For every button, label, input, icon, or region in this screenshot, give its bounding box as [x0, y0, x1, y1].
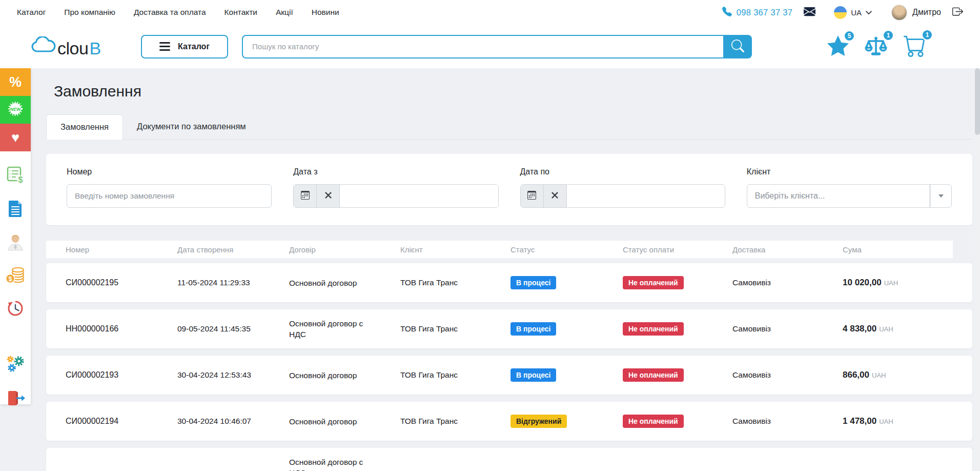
- catalog-button[interactable]: Каталог: [141, 35, 228, 58]
- coins-icon: $: [5, 266, 26, 286]
- order-number-input[interactable]: [67, 184, 272, 208]
- calendar-icon: [301, 191, 310, 201]
- cart-icon: [903, 50, 927, 58]
- cloud-logo-icon: [30, 36, 56, 57]
- column-header: Доставка: [732, 245, 843, 254]
- phone-icon: [722, 7, 732, 18]
- language-selector[interactable]: UA: [834, 6, 872, 19]
- compare-button[interactable]: 1: [864, 35, 888, 58]
- order-contract: Основной договор: [289, 416, 400, 427]
- sidebar-item-new-products[interactable]: NEW: [0, 96, 31, 124]
- topnav-links: КаталогПро компаніюДоставка та оплатаКон…: [17, 8, 339, 17]
- order-contract: Основной договор: [289, 278, 400, 288]
- tabs: Замовлення Документи по замовленням: [46, 114, 972, 140]
- payment-status-badge: Не оплачений: [623, 276, 684, 289]
- order-number: СИ000002194: [66, 417, 177, 426]
- order-created-date: 30-04-2024 10:46:07: [177, 417, 289, 426]
- clear-x-icon: [325, 192, 332, 200]
- date-to-clear-button[interactable]: [544, 185, 567, 207]
- sidebar-item-documents[interactable]: [7, 200, 24, 220]
- status-badge: В процесі: [511, 368, 556, 382]
- topnav-link[interactable]: Доставка та оплата: [134, 8, 206, 17]
- select-dropdown-arrow[interactable]: [930, 185, 951, 207]
- order-delivery: Самовивіз: [732, 324, 843, 333]
- order-client: ТОВ Гига Транс: [400, 278, 511, 287]
- header-icon-cluster: 5 1 1: [827, 34, 927, 59]
- date-to-calendar-button[interactable]: [521, 185, 544, 207]
- order-number: СИ000002193: [66, 370, 177, 380]
- orders-table-body: СИ000002195 11-05-2024 11:29:33 Основной…: [46, 263, 972, 471]
- clear-x-icon: [552, 192, 558, 200]
- column-header: Договір: [289, 245, 400, 254]
- star-icon: [827, 49, 849, 57]
- table-row[interactable]: СИ000002193 30-04-2024 12:53:43 Основной…: [46, 356, 972, 395]
- topnav-link[interactable]: Про компанію: [64, 8, 115, 17]
- exit-door-icon: [6, 389, 25, 409]
- tab-order-documents[interactable]: Документи по замовленням: [123, 114, 260, 139]
- search-input[interactable]: [242, 35, 723, 58]
- date-from-clear-button[interactable]: [317, 185, 340, 207]
- topnav-link[interactable]: Каталог: [17, 8, 46, 17]
- client-select-placeholder: Виберіть клієнта...: [747, 191, 930, 201]
- scales-icon: [864, 49, 888, 58]
- cart-button[interactable]: 1: [903, 34, 927, 59]
- order-amount: 4 838,00: [843, 324, 876, 333]
- topbar-right: 098 367 37 37 UA Дмитро: [722, 5, 963, 21]
- phone-link[interactable]: 098 367 37 37: [722, 7, 792, 18]
- column-header: Сума: [843, 245, 953, 254]
- language-label: UA: [851, 8, 862, 17]
- table-row[interactable]: СИ000002195 11-05-2024 11:29:33 Основной…: [46, 263, 972, 302]
- topnav-link[interactable]: Новини: [312, 8, 339, 17]
- column-header: Статус: [511, 245, 623, 254]
- sidebar-item-settings[interactable]: [5, 355, 26, 376]
- client-select[interactable]: Виберіть клієнта...: [747, 184, 952, 208]
- sidebar-item-logout[interactable]: [6, 389, 25, 409]
- logo-text: clou: [57, 40, 88, 57]
- main: % NEW ♥ $: [0, 68, 980, 471]
- order-amount: 866,00: [843, 370, 869, 380]
- logout-button[interactable]: [952, 6, 963, 18]
- envelope-icon: [804, 6, 815, 19]
- user-menu[interactable]: Дмитро: [891, 5, 941, 21]
- date-from-input[interactable]: [340, 185, 498, 207]
- sidebar-item-history[interactable]: [6, 299, 25, 320]
- search-button[interactable]: [723, 35, 752, 58]
- sidebar-icons: $ $: [0, 151, 31, 409]
- sidebar-item-manager[interactable]: [6, 233, 25, 253]
- logo-accent: B: [89, 40, 101, 57]
- sidebar-item-discounts[interactable]: %: [0, 68, 31, 96]
- topnav-link[interactable]: Акції: [276, 8, 293, 17]
- table-row[interactable]: НН000000166 09-05-2024 11:45:35 Основной…: [46, 309, 972, 348]
- favorites-button[interactable]: 5: [827, 35, 849, 58]
- triangle-down-icon: [938, 194, 944, 198]
- sidebar-item-orders[interactable]: $: [6, 166, 25, 186]
- order-created-date: 11-05-2024 11:29:33: [177, 278, 289, 287]
- logo[interactable]: clouB: [30, 36, 101, 57]
- filter-client: Клієнт Виберіть клієнта...: [747, 167, 952, 208]
- date-from-calendar-button[interactable]: [294, 185, 317, 207]
- date-to-input[interactable]: [567, 185, 725, 207]
- sidebar-item-balance[interactable]: $: [5, 266, 26, 286]
- table-row[interactable]: Основной договор с НДС: [46, 448, 972, 471]
- order-client: ТОВ Гига Транс: [400, 324, 511, 333]
- filters-panel: Номер Дата з: [46, 154, 972, 225]
- svg-text:$: $: [18, 175, 23, 184]
- column-header: Номер: [66, 245, 177, 254]
- tab-orders[interactable]: Замовлення: [46, 114, 123, 140]
- page-scrollbar[interactable]: [975, 68, 980, 471]
- scrollbar-thumb[interactable]: [975, 68, 980, 135]
- page-title: Замовлення: [54, 83, 972, 100]
- sidebar: % NEW ♥ $: [0, 68, 31, 404]
- email-button[interactable]: [804, 6, 815, 19]
- topnav-link[interactable]: Контакти: [224, 8, 257, 17]
- sidebar-item-favorites[interactable]: ♥: [0, 124, 31, 151]
- content: Замовлення Замовлення Документи по замов…: [31, 68, 980, 471]
- table-row[interactable]: СИ000002194 30-04-2024 10:46:07 Основной…: [46, 402, 972, 441]
- topbar: КаталогПро компаніюДоставка та оплатаКон…: [0, 0, 980, 25]
- document-icon: [7, 200, 24, 220]
- status-badge: В процесі: [511, 322, 556, 336]
- order-amount: 1 478,00: [843, 416, 876, 426]
- filter-date-to: Дата по: [520, 167, 725, 208]
- order-currency: UAH: [872, 371, 886, 379]
- order-contract: Основной договор с НДС: [289, 457, 400, 471]
